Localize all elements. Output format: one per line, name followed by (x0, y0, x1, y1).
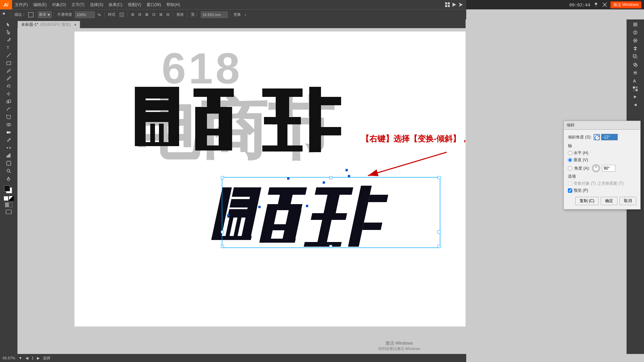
stroke-width-dropdown[interactable]: 基本 ▼ (38, 11, 52, 18)
scale-tool[interactable] (1, 98, 16, 105)
activate-btn[interactable]: 激活 Windows (610, 1, 641, 8)
radio-vertical[interactable] (568, 158, 572, 162)
swatches-icon-r[interactable] (628, 85, 643, 93)
align-center-icon[interactable]: ⊟ (137, 11, 143, 18)
skew-block (259, 239, 296, 243)
tab-close[interactable]: × (74, 22, 76, 27)
zoom-controls[interactable]: ▼ (18, 356, 22, 360)
gradient-tool[interactable] (1, 129, 16, 136)
radio-angle[interactable] (568, 166, 572, 171)
color-swatches[interactable] (4, 185, 13, 195)
menu-edit[interactable]: 编辑(E) (31, 0, 49, 9)
warp-tool[interactable] (1, 106, 16, 113)
toolbar-select-icon[interactable] (1, 11, 9, 18)
style-icon-box[interactable] (118, 11, 125, 18)
artboard-tool[interactable] (1, 160, 16, 167)
top-right-panel: 00:02:44 激活 Windows (466, 0, 644, 9)
canvas-area: 618 电商节 (17, 28, 466, 354)
pencil-tool[interactable] (1, 75, 16, 82)
properties-icon[interactable] (628, 29, 643, 36)
line-tool[interactable] (1, 52, 16, 59)
sel-handle-ml[interactable] (221, 231, 224, 233)
anchor-dot (287, 177, 289, 180)
zoom-tool[interactable] (1, 167, 16, 175)
paintbrush-tool[interactable] (1, 67, 16, 74)
select-tool[interactable] (1, 21, 16, 28)
ok-button[interactable]: 确定 (601, 197, 618, 205)
toolbar: 描边： 基本 ▼ 不透明度 % 样式 ⊞ ⊟ ⊠ ⊡ ⊞ ⊟ 形状 宽： 变换 … (0, 9, 466, 19)
radio-horizontal[interactable] (568, 151, 572, 155)
blend-tool[interactable] (1, 144, 16, 152)
menu-text[interactable]: 文字(T) (69, 0, 87, 9)
menu-object[interactable]: 对象(O) (49, 0, 68, 9)
menu-help[interactable]: 帮助(H) (164, 0, 183, 9)
menu-view[interactable]: 视图(V) (125, 0, 144, 9)
skew-angle-input[interactable] (601, 134, 618, 140)
pen-tool[interactable] (1, 36, 16, 44)
panel-collapse-icon[interactable] (628, 101, 643, 109)
page-nav-next[interactable]: ▶ (37, 356, 40, 360)
svg-rect-28 (8, 155, 9, 158)
type-tool[interactable]: T (1, 44, 16, 51)
nav-icon[interactable] (451, 2, 457, 7)
transform-obj-checkbox[interactable] (568, 181, 572, 186)
menu-window[interactable]: 窗口(W) (144, 0, 164, 9)
transform-icon-r[interactable] (628, 53, 643, 60)
layout-icon[interactable] (445, 2, 450, 7)
layers-icon[interactable] (628, 21, 643, 28)
active-tab[interactable]: 未标题-1* (RGB/GPU 预览) × (17, 21, 80, 28)
more-options[interactable]: › (244, 11, 248, 18)
stroke-icon-r[interactable] (628, 69, 643, 76)
char-block (195, 145, 232, 150)
svg-point-25 (7, 147, 8, 148)
rotate-tool[interactable] (1, 82, 16, 90)
page-nav-prev[interactable]: ◀ (25, 356, 28, 360)
char-block (195, 107, 232, 114)
align-left-icon[interactable]: ⊞ (130, 11, 136, 18)
sel-handle-mr[interactable] (438, 231, 440, 233)
sel-handle-tl[interactable] (221, 176, 224, 179)
rectangle-tool[interactable] (1, 59, 16, 67)
pathfinder-icon[interactable] (628, 61, 643, 68)
panel-expand-icon[interactable] (628, 93, 643, 101)
width-input[interactable] (201, 11, 228, 18)
direct-select-tool[interactable] (1, 28, 16, 36)
shape-builder-tool[interactable] (1, 121, 16, 128)
sel-handle-tr[interactable] (438, 176, 440, 179)
menu-file[interactable]: 文件(F) (12, 0, 31, 9)
send-icon[interactable] (458, 2, 464, 7)
sel-handle-bm[interactable] (329, 245, 332, 248)
char-block (159, 124, 164, 142)
sel-handle-br[interactable] (438, 245, 440, 248)
hand-tool[interactable] (1, 175, 16, 182)
appearance-icon[interactable] (628, 37, 643, 44)
align-bottom-icon[interactable]: ⊟ (165, 11, 171, 18)
align-middle-icon[interactable]: ⊞ (158, 11, 164, 18)
copy-button[interactable]: 复制 (C) (575, 197, 599, 205)
opacity-input[interactable] (75, 11, 95, 18)
menu-select[interactable]: 选择(S) (87, 0, 106, 9)
menu-effect[interactable]: 效果(C) (106, 0, 125, 9)
skew-angle-knob[interactable] (594, 134, 600, 140)
angle-value-input[interactable] (602, 165, 615, 172)
align-icon[interactable] (628, 45, 643, 52)
type-icon-r[interactable]: A (628, 77, 643, 84)
align-top-icon[interactable]: ⊡ (151, 11, 157, 18)
sel-handle-tm[interactable] (329, 176, 332, 179)
close-icon[interactable] (602, 2, 608, 8)
align-right-icon[interactable]: ⊠ (144, 11, 150, 18)
screen-mode-btn[interactable] (5, 209, 12, 216)
stroke-swatch[interactable] (28, 12, 34, 17)
chart-tool[interactable] (1, 152, 16, 159)
cancel-button[interactable]: 取消 (620, 197, 636, 205)
angle-knob[interactable] (592, 164, 600, 172)
eyedropper-tool[interactable] (1, 136, 16, 144)
microphone-icon[interactable] (593, 2, 599, 8)
view-mode-btn[interactable] (5, 202, 12, 208)
mirror-tool[interactable] (1, 90, 16, 98)
fill-none[interactable] (4, 196, 8, 201)
sel-handle-bl[interactable] (221, 245, 224, 248)
free-transform-tool[interactable] (1, 113, 16, 121)
preview-checkbox[interactable] (568, 188, 572, 193)
fill-swap[interactable] (9, 196, 14, 201)
